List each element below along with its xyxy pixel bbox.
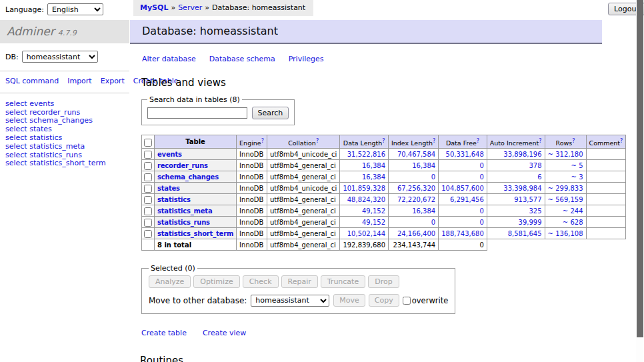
data-length-link[interactable]: 48,824,320 [347,196,385,203]
index-length-link[interactable]: 0 [431,173,435,181]
db-action-link[interactable]: Privileges [289,55,324,63]
help-icon[interactable]: ? [620,138,623,144]
auto-increment-link[interactable]: 33,898,196 [503,151,541,158]
rows-count-link[interactable]: ~ 136,108 [548,230,583,237]
copy-button[interactable]: Copy [369,294,399,307]
rows-count-link[interactable]: ~ 628 [563,219,583,226]
data-length-link[interactable]: 101,859,328 [343,185,385,192]
table-name-link[interactable]: recorder_runs [157,162,208,169]
data-length-link[interactable]: 49,152 [362,219,385,226]
auto-increment-link[interactable]: 39,999 [519,219,542,226]
help-icon[interactable]: ? [539,138,541,144]
comment-cell [586,205,626,217]
selected-action-button[interactable]: Optimize [193,275,239,288]
index-length-link[interactable]: 24,166,400 [397,230,435,237]
rows-count-link[interactable]: ~ 312,180 [548,151,583,158]
move-to-db-label: Move to other database: [149,296,247,305]
row-checkbox[interactable] [144,230,152,238]
selected-action-button[interactable]: Drop [368,275,399,288]
selected-action-button[interactable]: Truncate [321,275,365,288]
overwrite-option[interactable]: overwrite [403,296,449,305]
search-input[interactable] [147,107,247,119]
sidebar-menu-link[interactable]: Export [101,77,125,85]
help-icon[interactable]: ? [572,138,575,144]
index-length-link[interactable]: 16,384 [412,162,435,169]
table-name-link[interactable]: schema_changes [157,173,219,181]
rows-count-link[interactable]: ~ 5 [571,162,583,169]
breadcrumb-server-link[interactable]: Server [178,3,202,12]
collation-cell: utf8mb4_general_ci [267,194,339,205]
rows-count-link[interactable]: ~ 3 [571,173,583,181]
scrollbar-thumb[interactable] [637,0,643,337]
index-length-link[interactable]: 0 [431,219,435,226]
auto-increment-link[interactable]: 8,581,645 [508,230,542,237]
help-icon[interactable]: ? [477,138,479,144]
data-length-link[interactable]: 16,384 [362,162,385,169]
sidebar-select-table-link[interactable]: select events [5,100,124,109]
data-free-link[interactable]: 0 [479,162,483,169]
table-name-link[interactable]: statistics [157,196,191,203]
table-name-link[interactable]: states [157,185,180,192]
language-select[interactable]: English [47,3,103,15]
search-button[interactable]: Search [252,107,289,119]
data-free-link[interactable]: 104,857,600 [441,185,484,192]
row-checkbox[interactable] [144,173,152,181]
auto-increment-link[interactable]: 325 [529,207,542,215]
table-name-link[interactable]: statistics_runs [157,219,210,226]
rows-count-link[interactable]: ~ 569,159 [548,196,583,203]
data-length-link[interactable]: 16,384 [362,173,385,181]
table-name-link[interactable]: events [157,151,182,158]
db-action-link[interactable]: Database schema [209,55,275,63]
index-length-link[interactable]: 67,256,320 [397,185,435,192]
row-checkbox[interactable] [144,219,152,227]
index-length-link[interactable]: 70,467,584 [397,151,435,158]
sidebar-select-table-link[interactable]: select statistics_meta [5,143,124,151]
data-length-link[interactable]: 31,522,816 [347,151,385,158]
rows-count-link[interactable]: ~ 244 [563,207,583,215]
data-free-link[interactable]: 188,743,680 [441,230,484,237]
rows-count-link[interactable]: ~ 299,833 [548,185,583,192]
selected-action-button[interactable]: Analyze [149,275,191,288]
auto-increment-link[interactable]: 378 [529,162,542,169]
row-checkbox[interactable] [144,185,152,193]
data-free-link[interactable]: 0 [479,173,483,181]
data-length-link[interactable]: 49,152 [362,207,385,215]
row-checkbox[interactable] [144,162,152,170]
overwrite-checkbox[interactable] [403,297,411,305]
adminer-logo[interactable]: Adminer4.7.9 [0,20,129,43]
selected-action-button[interactable]: Check [243,275,279,288]
db-action-link[interactable]: Alter database [142,55,196,63]
create-link[interactable]: Create view [203,329,246,337]
move-db-select[interactable]: homeassistant [251,295,329,307]
sidebar-select-table-link[interactable]: select statistics [5,134,124,143]
breadcrumb-mysql-link[interactable]: MySQL [140,3,168,12]
auto-increment-link[interactable]: 33,398,984 [503,185,541,192]
table-name-link[interactable]: statistics_meta [157,207,212,215]
data-free-link[interactable]: 50,331,648 [446,151,484,158]
help-icon[interactable]: ? [433,138,435,144]
data-free-link[interactable]: 0 [479,207,483,215]
selected-action-button[interactable]: Repair [281,275,318,288]
row-checkbox[interactable] [144,151,152,159]
index-length-link[interactable]: 16,384 [412,207,435,215]
select-all-checkbox[interactable] [144,139,152,147]
table-name-link[interactable]: statistics_short_term [157,230,233,237]
db-select[interactable]: homeassistant [22,51,98,63]
sidebar-menu-link[interactable]: SQL command [5,77,59,85]
data-free-link[interactable]: 6,291,456 [450,196,484,203]
auto-increment-link[interactable]: 6 [537,173,541,181]
auto-increment-link[interactable]: 913,577 [514,196,541,203]
help-icon[interactable]: ? [382,138,385,144]
vertical-scrollbar[interactable] [636,0,643,362]
row-checkbox[interactable] [144,196,152,204]
help-icon[interactable]: ? [261,138,264,144]
index-length-link[interactable]: 72,220,672 [397,196,435,203]
data-free-link[interactable]: 0 [479,219,483,226]
sidebar-select-table-link[interactable]: select statistics_short_term [5,159,124,168]
help-icon[interactable]: ? [316,138,319,144]
move-button[interactable]: Move [333,294,365,307]
row-checkbox[interactable] [144,207,152,215]
sidebar-menu-link[interactable]: Import [67,77,92,85]
data-length-link[interactable]: 10,502,144 [347,230,385,237]
create-link[interactable]: Create table [141,329,187,337]
